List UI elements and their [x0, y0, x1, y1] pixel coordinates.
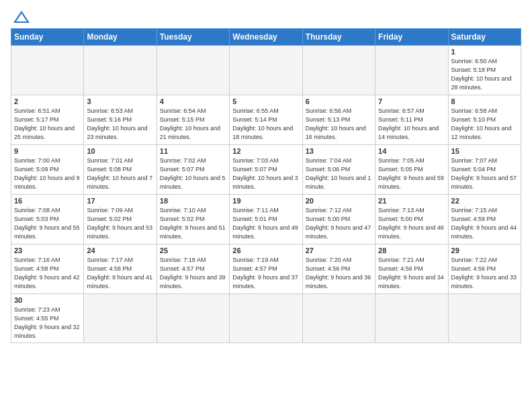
header	[11, 7, 521, 24]
day-number: 5	[232, 97, 299, 105]
day-cell	[11, 46, 84, 95]
day-cell: 30Sunrise: 7:23 AM Sunset: 4:55 PM Dayli…	[11, 294, 84, 343]
day-number: 22	[451, 197, 518, 205]
calendar-table: SundayMondayTuesdayWednesdayThursdayFrid…	[11, 28, 521, 343]
weekday-header-monday: Monday	[84, 29, 157, 46]
day-cell: 26Sunrise: 7:19 AM Sunset: 4:57 PM Dayli…	[230, 244, 302, 294]
day-number: 1	[451, 48, 518, 56]
day-info: Sunrise: 7:01 AM Sunset: 5:08 PM Dayligh…	[87, 156, 153, 191]
logo	[11, 9, 31, 24]
day-info: Sunrise: 7:11 AM Sunset: 5:01 PM Dayligh…	[232, 206, 299, 241]
day-number: 23	[14, 246, 81, 255]
day-cell: 9Sunrise: 7:00 AM Sunset: 5:09 PM Daylig…	[11, 145, 84, 195]
day-cell	[302, 294, 375, 343]
day-info: Sunrise: 7:16 AM Sunset: 4:58 PM Dayligh…	[14, 256, 81, 291]
page: SundayMondayTuesdayWednesdayThursdayFrid…	[0, 0, 532, 350]
day-number: 21	[378, 197, 445, 205]
day-cell	[157, 46, 229, 95]
day-number: 10	[87, 147, 153, 155]
day-info: Sunrise: 6:56 AM Sunset: 5:13 PM Dayligh…	[306, 107, 372, 142]
day-cell: 27Sunrise: 7:20 AM Sunset: 4:56 PM Dayli…	[302, 244, 375, 294]
day-cell: 18Sunrise: 7:10 AM Sunset: 5:02 PM Dayli…	[157, 195, 229, 244]
day-number: 28	[378, 246, 445, 255]
day-cell: 2Sunrise: 6:51 AM Sunset: 5:17 PM Daylig…	[11, 95, 84, 145]
weekday-header-friday: Friday	[375, 29, 448, 46]
day-info: Sunrise: 7:15 AM Sunset: 4:59 PM Dayligh…	[451, 206, 518, 241]
day-cell	[84, 46, 157, 95]
day-info: Sunrise: 6:58 AM Sunset: 5:10 PM Dayligh…	[451, 107, 518, 142]
day-number: 24	[87, 246, 153, 255]
day-cell: 10Sunrise: 7:01 AM Sunset: 5:08 PM Dayli…	[84, 145, 157, 195]
day-number: 18	[160, 197, 226, 205]
day-cell: 7Sunrise: 6:57 AM Sunset: 5:11 PM Daylig…	[375, 95, 448, 145]
day-number: 11	[160, 147, 226, 155]
day-cell: 8Sunrise: 6:58 AM Sunset: 5:10 PM Daylig…	[448, 95, 521, 145]
weekday-header-thursday: Thursday	[302, 29, 375, 46]
week-row-4: 23Sunrise: 7:16 AM Sunset: 4:58 PM Dayli…	[11, 244, 521, 294]
day-info: Sunrise: 7:10 AM Sunset: 5:02 PM Dayligh…	[160, 206, 226, 241]
day-cell	[230, 294, 302, 343]
day-cell: 29Sunrise: 7:22 AM Sunset: 4:56 PM Dayli…	[448, 244, 521, 294]
day-number: 20	[306, 197, 372, 205]
day-cell	[448, 294, 521, 343]
day-info: Sunrise: 7:19 AM Sunset: 4:57 PM Dayligh…	[232, 256, 299, 291]
day-cell: 22Sunrise: 7:15 AM Sunset: 4:59 PM Dayli…	[448, 195, 521, 244]
day-cell: 1Sunrise: 6:50 AM Sunset: 5:18 PM Daylig…	[448, 46, 521, 95]
day-number: 12	[232, 147, 299, 155]
day-info: Sunrise: 7:23 AM Sunset: 4:55 PM Dayligh…	[14, 306, 81, 340]
day-cell: 11Sunrise: 7:02 AM Sunset: 5:07 PM Dayli…	[157, 145, 229, 195]
day-cell: 17Sunrise: 7:09 AM Sunset: 5:02 PM Dayli…	[84, 195, 157, 244]
weekday-header-row: SundayMondayTuesdayWednesdayThursdayFrid…	[11, 29, 521, 46]
day-cell: 19Sunrise: 7:11 AM Sunset: 5:01 PM Dayli…	[230, 195, 302, 244]
day-cell: 3Sunrise: 6:53 AM Sunset: 5:16 PM Daylig…	[84, 95, 157, 145]
day-cell: 6Sunrise: 6:56 AM Sunset: 5:13 PM Daylig…	[302, 95, 375, 145]
week-row-1: 2Sunrise: 6:51 AM Sunset: 5:17 PM Daylig…	[11, 95, 521, 145]
day-info: Sunrise: 6:54 AM Sunset: 5:15 PM Dayligh…	[160, 107, 226, 142]
day-cell	[157, 294, 229, 343]
day-info: Sunrise: 7:07 AM Sunset: 5:04 PM Dayligh…	[451, 156, 518, 191]
day-number: 2	[14, 97, 81, 105]
day-info: Sunrise: 7:02 AM Sunset: 5:07 PM Dayligh…	[160, 156, 226, 191]
day-info: Sunrise: 7:17 AM Sunset: 4:58 PM Dayligh…	[87, 256, 153, 291]
day-number: 3	[87, 97, 153, 105]
day-info: Sunrise: 7:12 AM Sunset: 5:00 PM Dayligh…	[306, 206, 372, 241]
day-number: 15	[451, 147, 518, 155]
day-info: Sunrise: 7:13 AM Sunset: 5:00 PM Dayligh…	[378, 206, 445, 241]
day-number: 9	[14, 147, 81, 155]
day-info: Sunrise: 7:03 AM Sunset: 5:07 PM Dayligh…	[232, 156, 299, 191]
day-number: 16	[14, 197, 81, 205]
logo-icon	[12, 9, 31, 24]
day-info: Sunrise: 7:09 AM Sunset: 5:02 PM Dayligh…	[87, 206, 153, 241]
day-number: 27	[306, 246, 372, 255]
day-cell	[230, 46, 302, 95]
day-cell: 21Sunrise: 7:13 AM Sunset: 5:00 PM Dayli…	[375, 195, 448, 244]
weekday-header-tuesday: Tuesday	[157, 29, 229, 46]
day-info: Sunrise: 7:08 AM Sunset: 5:03 PM Dayligh…	[14, 206, 81, 241]
day-info: Sunrise: 7:04 AM Sunset: 5:06 PM Dayligh…	[306, 156, 372, 191]
day-info: Sunrise: 7:20 AM Sunset: 4:56 PM Dayligh…	[306, 256, 372, 291]
day-info: Sunrise: 7:21 AM Sunset: 4:56 PM Dayligh…	[378, 256, 445, 291]
day-number: 13	[306, 147, 372, 155]
week-row-5: 30Sunrise: 7:23 AM Sunset: 4:55 PM Dayli…	[11, 294, 521, 343]
day-number: 26	[232, 246, 299, 255]
day-cell: 5Sunrise: 6:55 AM Sunset: 5:14 PM Daylig…	[230, 95, 302, 145]
day-cell: 4Sunrise: 6:54 AM Sunset: 5:15 PM Daylig…	[157, 95, 229, 145]
day-cell	[84, 294, 157, 343]
day-number: 25	[160, 246, 226, 255]
day-info: Sunrise: 6:53 AM Sunset: 5:16 PM Dayligh…	[87, 107, 153, 142]
day-cell: 24Sunrise: 7:17 AM Sunset: 4:58 PM Dayli…	[84, 244, 157, 294]
day-cell: 23Sunrise: 7:16 AM Sunset: 4:58 PM Dayli…	[11, 244, 84, 294]
day-cell: 12Sunrise: 7:03 AM Sunset: 5:07 PM Dayli…	[230, 145, 302, 195]
day-info: Sunrise: 6:51 AM Sunset: 5:17 PM Dayligh…	[14, 107, 81, 142]
day-cell: 20Sunrise: 7:12 AM Sunset: 5:00 PM Dayli…	[302, 195, 375, 244]
day-number: 6	[306, 97, 372, 105]
week-row-2: 9Sunrise: 7:00 AM Sunset: 5:09 PM Daylig…	[11, 145, 521, 195]
day-number: 8	[451, 97, 518, 105]
day-info: Sunrise: 7:18 AM Sunset: 4:57 PM Dayligh…	[160, 256, 226, 291]
weekday-header-sunday: Sunday	[11, 29, 84, 46]
day-number: 29	[451, 246, 518, 255]
day-cell: 25Sunrise: 7:18 AM Sunset: 4:57 PM Dayli…	[157, 244, 229, 294]
weekday-header-saturday: Saturday	[448, 29, 521, 46]
day-cell: 16Sunrise: 7:08 AM Sunset: 5:03 PM Dayli…	[11, 195, 84, 244]
day-number: 30	[14, 296, 81, 304]
